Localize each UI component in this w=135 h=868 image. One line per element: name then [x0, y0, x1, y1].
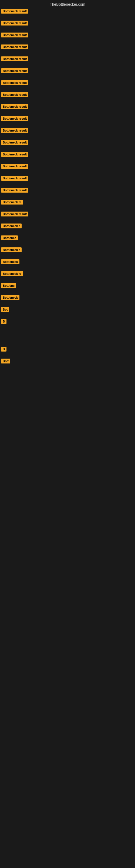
bottleneck-item: B [0, 346, 135, 352]
bottleneck-badge[interactable]: Bottleneck result [1, 212, 28, 216]
bottleneck-badge[interactable]: Bottleneck result [1, 56, 28, 61]
bottleneck-item: Bottleneck result [0, 103, 135, 110]
page-container: TheBottlenecker.com Bottleneck resultBot… [0, 0, 135, 586]
bottleneck-item: Bottleneck result [0, 211, 135, 218]
bottleneck-badge[interactable]: Bottleneck result [1, 116, 28, 121]
bottleneck-item: Bottleneck result [0, 187, 135, 194]
bottleneck-item: Bottleneck result [0, 163, 135, 170]
bottleneck-badge[interactable]: Bottleneck [1, 295, 19, 300]
site-title: TheBottlenecker.com [0, 0, 135, 8]
bottleneck-badge[interactable]: Bottleneck result [1, 176, 28, 181]
bottleneck-badge[interactable]: Bottleneck result [1, 9, 28, 13]
bottleneck-badge[interactable]: Bottleneck re [1, 199, 23, 205]
bottleneck-item: Bottleneck result [0, 55, 135, 62]
bottleneck-item: Bottleneck result [0, 139, 135, 146]
bottleneck-item: Bottleneck r [0, 222, 135, 229]
bottleneck-item: Bottleneck result [0, 115, 135, 122]
bottleneck-badge[interactable]: Bottleneck result [1, 188, 28, 193]
bottleneck-item: Bottleneck r [0, 246, 135, 253]
bottleneck-item: Bottleneck result [0, 8, 135, 14]
bottleneck-badge[interactable]: Bottleneck result [1, 33, 28, 37]
bottleneck-item: Bottleneck re [0, 198, 135, 206]
bottleneck-item: Bottleneck [0, 294, 135, 301]
bottleneck-item: Bottleneck [0, 258, 135, 265]
bottleneck-item: Bottleneck result [0, 43, 135, 51]
bottleneck-badge[interactable]: Bottleneck result [1, 44, 28, 50]
bottleneck-badge[interactable]: Bottleneck result [1, 128, 28, 133]
bottleneck-badge[interactable]: Bottleneck result [1, 104, 28, 109]
bottleneck-badge[interactable]: Bot [1, 307, 9, 312]
bottleneck-item: Bottleneck result [0, 91, 135, 98]
bottleneck-item: Bot [0, 306, 135, 313]
bottleneck-badge[interactable]: Bottlenec [1, 236, 18, 240]
bottom-spacer [0, 369, 135, 586]
bottleneck-badge[interactable]: Bottleneck result [1, 164, 28, 169]
bottleneck-badge[interactable]: Bottlens [1, 283, 16, 288]
bottleneck-item [0, 330, 135, 341]
bottleneck-item: Bottlens [0, 282, 135, 289]
bottleneck-item: B [0, 318, 135, 325]
bottleneck-item: Bottleneck result [0, 175, 135, 182]
bottleneck-item: Bottleneck result [0, 79, 135, 86]
bottleneck-item: Bottleneck re [0, 270, 135, 277]
bottleneck-badge[interactable]: Bottleneck result [1, 152, 28, 157]
bottleneck-badge[interactable]: Bottleneck result [1, 92, 28, 97]
bottleneck-badge[interactable]: Bottleneck r [1, 247, 21, 252]
bottleneck-badge[interactable]: B [1, 319, 6, 324]
bottleneck-badge[interactable]: Bottleneck result [1, 68, 28, 73]
bottleneck-badge[interactable]: Bottleneck result [1, 21, 28, 26]
bottleneck-badge[interactable]: B [1, 347, 6, 351]
bottleneck-item: Bott [0, 358, 135, 365]
bottleneck-badge[interactable]: Bottleneck result [1, 140, 28, 145]
bottleneck-badge[interactable]: Bottleneck [1, 259, 19, 264]
bottleneck-item: Bottleneck result [0, 20, 135, 27]
bottleneck-list: Bottleneck resultBottleneck resultBottle… [0, 8, 135, 586]
bottleneck-badge[interactable]: Bottleneck result [1, 80, 28, 85]
bottleneck-item: Bottleneck result [0, 31, 135, 38]
bottleneck-item: Bottleneck result [0, 67, 135, 74]
bottleneck-badge[interactable]: Bottleneck r [1, 223, 21, 228]
bottleneck-item: Bottleneck result [0, 151, 135, 158]
bottleneck-item: Bottlenec [0, 235, 135, 241]
bottleneck-item: Bottleneck result [0, 127, 135, 134]
bottleneck-badge[interactable]: Bott [1, 359, 10, 364]
bottleneck-badge[interactable]: Bottleneck re [1, 271, 23, 276]
